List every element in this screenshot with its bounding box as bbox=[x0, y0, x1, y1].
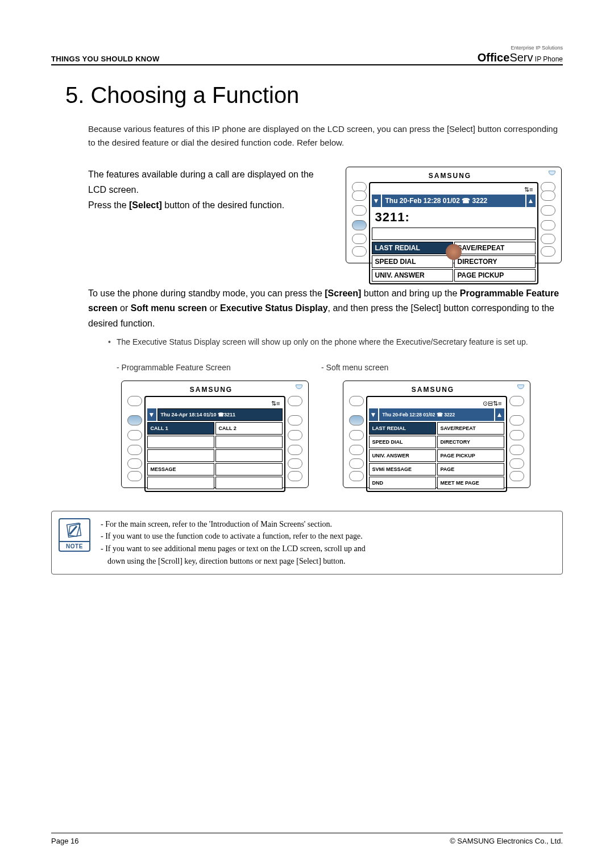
note-label: NOTE bbox=[60, 541, 89, 551]
lcd-brand: SAMSUNG bbox=[349, 386, 524, 396]
select-button[interactable] bbox=[509, 471, 524, 481]
bottom-figures: SAMSUNG ⇅≡ ▼ Thu 24-Apr 18:14 01/10 ☎321… bbox=[88, 381, 563, 488]
feature-btn[interactable]: DND bbox=[369, 477, 436, 489]
feature-btn[interactable] bbox=[147, 436, 214, 448]
feature-btn[interactable]: UNIV. ANSWER bbox=[369, 449, 436, 462]
feature-btn[interactable] bbox=[147, 477, 214, 489]
feature-btn[interactable] bbox=[215, 436, 283, 448]
feature-btn[interactable]: DIRECTORY bbox=[437, 436, 504, 448]
feature-btn[interactable]: SAVE/REPEAT bbox=[437, 422, 504, 435]
date-bar: Thu 20-Feb 12:28 01/02 ☎ 3222 bbox=[379, 408, 494, 421]
feature-btn[interactable]: SPEED DIAL bbox=[372, 255, 453, 268]
select-button-active[interactable] bbox=[127, 415, 142, 425]
led-icon bbox=[517, 385, 524, 389]
feature-btn[interactable]: PAGE PICKUP bbox=[454, 269, 536, 282]
feature-btn[interactable] bbox=[215, 449, 283, 462]
feature-btn[interactable]: DIRECTORY bbox=[454, 255, 536, 268]
scroll-up-icon[interactable]: ▲ bbox=[526, 195, 536, 207]
feature-btn[interactable]: SVMi MESSAGE bbox=[369, 463, 436, 476]
select-button[interactable] bbox=[288, 430, 302, 440]
figure-captions: - Programmable Feature Screen - Soft men… bbox=[117, 363, 563, 372]
scroll-up-icon[interactable]: ▲ bbox=[495, 408, 504, 421]
date-bar: Thu 20-Feb 12:28 01/02 ☎ 3222 bbox=[382, 195, 525, 207]
note-callout: NOTE - For the main screen, refer to the… bbox=[51, 511, 563, 575]
feature-btn[interactable]: SAVE/REPEAT bbox=[454, 242, 536, 254]
select-button[interactable] bbox=[127, 471, 142, 481]
header-section-title: THINGS YOU SHOULD KNOW bbox=[51, 55, 160, 63]
select-button[interactable] bbox=[352, 191, 367, 201]
select-button[interactable] bbox=[288, 445, 302, 455]
extension-number: 3211: bbox=[372, 209, 536, 226]
phone-lcd-figure-soft: SAMSUNG ⊙⊟⇅≡ ▼ Thu 20-Feb 12:28 01/02 ☎ … bbox=[343, 381, 530, 488]
feature-btn[interactable]: SPEED DIAL bbox=[369, 436, 436, 448]
feature-btn[interactable]: LAST REDIAL bbox=[372, 242, 453, 254]
note-body: - For the main screen, refer to the 'Int… bbox=[101, 518, 366, 568]
select-button[interactable] bbox=[352, 205, 367, 216]
feature-btn[interactable]: PAGE PICKUP bbox=[437, 449, 504, 462]
select-button[interactable] bbox=[349, 396, 364, 406]
select-button[interactable] bbox=[288, 471, 302, 481]
select-button-active[interactable] bbox=[349, 415, 364, 425]
select-button[interactable] bbox=[541, 191, 555, 201]
feature-btn[interactable] bbox=[215, 463, 283, 476]
feature-btn[interactable]: LAST REDIAL bbox=[369, 422, 436, 435]
select-button[interactable] bbox=[127, 430, 142, 440]
select-button[interactable] bbox=[509, 458, 524, 469]
lcd-brand: SAMSUNG bbox=[352, 172, 555, 182]
select-button[interactable] bbox=[349, 471, 364, 481]
page-header: THINGS YOU SHOULD KNOW Enterprise IP Sol… bbox=[51, 46, 563, 65]
page-title: 5. Choosing a Function bbox=[65, 82, 563, 108]
phone-lcd-figure-main: SAMSUNG ⇅≡ ▼ Thu 20-Feb 12:28 01/02 ☎ 32… bbox=[346, 167, 562, 263]
select-button[interactable] bbox=[349, 445, 364, 455]
page-footer: Page 16 © SAMSUNG Electronics Co., Ltd. bbox=[51, 833, 563, 845]
feature-btn[interactable]: UNIV. ANSWER bbox=[372, 269, 453, 282]
select-button[interactable] bbox=[509, 396, 524, 406]
select-button[interactable] bbox=[288, 458, 302, 469]
header-brand: Enterprise IP Solutions OfficeServ IP Ph… bbox=[478, 46, 563, 63]
lcd-brand: SAMSUNG bbox=[127, 386, 302, 396]
select-button[interactable] bbox=[127, 458, 142, 469]
header-tagline: Enterprise IP Solutions bbox=[478, 46, 563, 51]
select-button[interactable] bbox=[349, 458, 364, 469]
globe-icon bbox=[446, 244, 462, 260]
scroll-down-icon[interactable]: ▼ bbox=[147, 408, 156, 421]
note-icon: NOTE bbox=[59, 518, 90, 552]
select-button[interactable] bbox=[509, 430, 524, 440]
select-button[interactable] bbox=[541, 234, 555, 244]
select-button[interactable] bbox=[127, 445, 142, 455]
select-button[interactable] bbox=[127, 396, 142, 406]
select-button[interactable] bbox=[541, 205, 555, 216]
select-button[interactable] bbox=[288, 396, 302, 406]
feature-btn[interactable]: CALL 1 bbox=[147, 422, 214, 435]
page-number: Page 16 bbox=[51, 837, 78, 845]
select-button[interactable] bbox=[288, 415, 302, 425]
bullet-note: •The Executive Status Display screen wil… bbox=[108, 336, 563, 348]
select-button[interactable] bbox=[509, 445, 524, 455]
content-body: Because various features of this IP phon… bbox=[88, 122, 563, 488]
select-button[interactable] bbox=[509, 415, 524, 425]
phone-lcd-figure-prog: SAMSUNG ⇅≡ ▼ Thu 24-Apr 18:14 01/10 ☎321… bbox=[121, 381, 309, 488]
feature-btn[interactable]: PAGE bbox=[437, 463, 504, 476]
feature-btn[interactable]: MESSAGE bbox=[147, 463, 214, 476]
brand-logo: OfficeServ IP Phone bbox=[478, 51, 563, 64]
copyright: © SAMSUNG Electronics Co., Ltd. bbox=[450, 837, 563, 845]
led-icon bbox=[296, 385, 302, 389]
feature-btn[interactable]: MEET ME PAGE bbox=[437, 477, 504, 489]
select-button[interactable] bbox=[349, 430, 364, 440]
scroll-down-icon[interactable]: ▼ bbox=[369, 408, 378, 421]
select-button[interactable] bbox=[541, 246, 555, 257]
feature-btn[interactable]: CALL 2 bbox=[215, 422, 283, 435]
status-icons: ⇅≡ bbox=[147, 399, 283, 408]
select-button[interactable] bbox=[352, 234, 367, 244]
select-button-active[interactable] bbox=[352, 220, 367, 230]
date-bar: Thu 24-Apr 18:14 01/10 ☎3211 bbox=[157, 408, 283, 421]
feature-btn[interactable] bbox=[147, 449, 214, 462]
select-button[interactable] bbox=[541, 220, 555, 230]
status-icons: ⊙⊟⇅≡ bbox=[369, 399, 504, 408]
feature-btn[interactable] bbox=[215, 477, 283, 489]
caption-right: - Soft menu screen bbox=[321, 363, 388, 372]
select-button[interactable] bbox=[352, 246, 367, 257]
scroll-down-icon[interactable]: ▼ bbox=[372, 195, 381, 207]
instruction-with-figure: The features available during a call are… bbox=[88, 167, 563, 263]
instruction-text: The features available during a call are… bbox=[88, 167, 326, 213]
